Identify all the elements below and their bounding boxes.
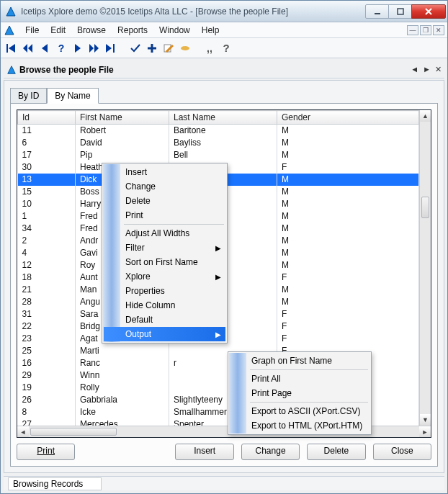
table-row[interactable]: 17PipBellM (18, 149, 419, 161)
doc-icon (6, 65, 17, 75)
menu-item-change[interactable]: Change (104, 179, 225, 194)
check-icon[interactable] (129, 42, 142, 55)
cell: 26 (18, 394, 76, 406)
quote-icon[interactable]: ,, (203, 42, 216, 55)
cell: M (277, 210, 419, 223)
titlebar: Icetips Xplore demo ©2015 Icetips Alta L… (1, 1, 447, 22)
maximize-button[interactable] (388, 4, 412, 19)
mdi-minimize-button[interactable]: — (407, 25, 418, 35)
cell: 25 (18, 345, 76, 357)
cell: M (277, 186, 419, 198)
play-icon[interactable] (71, 42, 84, 55)
menu-file[interactable]: File (19, 24, 45, 37)
table-row[interactable]: 6DavidBaylissM (18, 137, 419, 149)
cell: Rolly (76, 382, 169, 394)
mdi-close-button[interactable]: ✕ (433, 25, 444, 35)
cell: M (277, 296, 419, 308)
cell: 8 (18, 406, 76, 418)
cell: M (277, 149, 419, 161)
scroll-right-icon[interactable]: ► (419, 426, 431, 437)
menu-item-hide-column[interactable]: Hide Column (104, 298, 225, 313)
mdi-restore-button[interactable]: ❐ (420, 25, 431, 35)
doc-prev-icon[interactable]: ◄ (411, 65, 418, 74)
context-menu[interactable]: InsertChangeDeletePrintAdjust All Widths… (102, 163, 228, 343)
scroll-down-icon[interactable]: ▼ (420, 414, 431, 426)
scroll-up-icon[interactable]: ▲ (420, 110, 431, 122)
vertical-scrollbar[interactable]: ▲ ▼ (419, 110, 431, 426)
scroll-left-icon[interactable]: ◄ (17, 426, 29, 437)
svg-rect-2 (398, 9, 403, 14)
menu-item-print-page[interactable]: Print Page (230, 386, 369, 400)
query-icon[interactable]: ? (55, 42, 68, 55)
doc-next-icon[interactable]: ► (423, 65, 431, 74)
svg-marker-9 (75, 44, 81, 53)
menu-item-filter[interactable]: Filter▶ (104, 241, 225, 255)
cell: 22 (18, 320, 76, 333)
last-icon[interactable] (104, 42, 117, 55)
fast-fwd-icon[interactable] (88, 42, 101, 55)
app-icon (5, 6, 17, 17)
menu-item-export-to-ascii-xport-csv-[interactable]: Export to ASCII (XPort.CSV) (230, 404, 369, 418)
doc-close-icon[interactable]: ✕ (435, 65, 442, 74)
menu-item-properties[interactable]: Properties (104, 284, 225, 298)
cell: M (277, 235, 419, 247)
col-id[interactable]: Id (18, 111, 76, 125)
menu-help[interactable]: Help (196, 24, 225, 37)
svg-marker-11 (94, 44, 99, 53)
svg-point-15 (181, 46, 189, 50)
insert-button[interactable]: Insert (175, 444, 233, 460)
cell: 16 (18, 357, 76, 369)
menu-item-insert[interactable]: Insert (104, 165, 225, 179)
delete-button[interactable]: Delete (307, 444, 365, 460)
close-window-button[interactable]: Close (373, 444, 431, 460)
fast-back-icon[interactable] (22, 42, 35, 55)
menu-item-print-all[interactable]: Print All (230, 372, 369, 386)
scroll-thumb[interactable] (421, 197, 429, 218)
delete-icon[interactable] (179, 42, 192, 55)
menu-item-adjust-all-widths[interactable]: Adjust All Widths (104, 226, 225, 241)
hscroll-thumb[interactable] (30, 428, 117, 436)
cell: M (277, 223, 419, 235)
submenu-arrow-icon: ▶ (215, 331, 221, 338)
tab-by-id[interactable]: By ID (10, 88, 47, 104)
change-button[interactable]: Change (241, 444, 300, 460)
menu-item-export-to-html-xport-htm-[interactable]: Export to HTML (XPort.HTM) (230, 418, 369, 433)
cell: 17 (18, 149, 76, 161)
app-window: Icetips Xplore demo ©2015 Icetips Alta L… (0, 0, 448, 494)
svg-rect-13 (113, 44, 115, 53)
menu-item-print[interactable]: Print (104, 208, 225, 223)
first-icon[interactable] (5, 42, 18, 55)
col-first-name[interactable]: First Name (76, 111, 169, 125)
menu-item-xplore[interactable]: Xplore▶ (104, 269, 225, 284)
cell: 4 (18, 247, 76, 259)
menu-edit[interactable]: Edit (45, 24, 71, 37)
back-icon[interactable] (38, 42, 51, 55)
close-button[interactable] (411, 4, 446, 19)
menu-browse[interactable]: Browse (71, 24, 112, 37)
cell: Bell (169, 149, 277, 161)
menu-item-graph-on-first-name[interactable]: Graph on First Name (230, 354, 369, 368)
menu-reports[interactable]: Reports (112, 24, 153, 37)
menu-item-default[interactable]: Default (104, 313, 225, 327)
output-submenu[interactable]: Graph on First NamePrint AllPrint PageEx… (228, 351, 372, 435)
help-icon[interactable]: ? (220, 42, 233, 55)
cell: M (277, 125, 419, 137)
print-button[interactable]: Print (17, 444, 75, 460)
menu-item-delete[interactable]: Delete (104, 194, 225, 208)
tab-by-name[interactable]: By Name (47, 88, 98, 104)
menu-item-sort-on-first-name[interactable]: Sort on First Name (104, 255, 225, 269)
col-last-name[interactable]: Last Name (169, 111, 277, 125)
edit-icon[interactable] (162, 42, 175, 55)
doc-title: Browse the people File (19, 65, 114, 75)
table-row[interactable]: 11RobertBaritoneM (18, 125, 419, 137)
mdi-icon (4, 24, 15, 36)
minimize-button[interactable] (365, 4, 389, 19)
col-gender[interactable]: Gender (277, 111, 419, 125)
menu-item-output[interactable]: Output▶ (104, 327, 225, 341)
cell: Robert (76, 125, 169, 137)
cell: M (277, 137, 419, 149)
menu-window[interactable]: Window (153, 24, 196, 37)
cell: F (277, 333, 419, 345)
add-icon[interactable] (145, 42, 158, 55)
svg-marker-12 (106, 44, 112, 53)
